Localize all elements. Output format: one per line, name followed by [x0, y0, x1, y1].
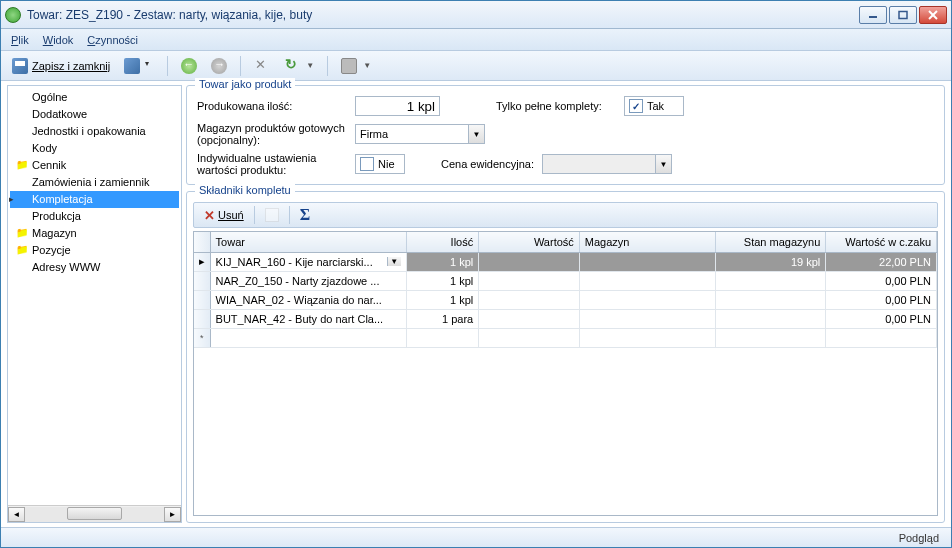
cell-empty[interactable]: [579, 328, 715, 347]
record-price-combo[interactable]: ▼: [542, 154, 672, 174]
save-close-label: Zapisz i zamknij: [32, 60, 110, 72]
delete-label: Usuń: [218, 209, 244, 221]
sidebar-item-additional[interactable]: Dodatkowe: [10, 106, 179, 123]
cell-empty[interactable]: [479, 328, 580, 347]
cell-empty[interactable]: [826, 328, 937, 347]
col-wcenie[interactable]: Wartość w c.zaku: [826, 232, 937, 252]
sum-button[interactable]: Σ: [296, 204, 314, 226]
cell-wcenie[interactable]: 0,00 PLN: [826, 290, 937, 309]
scroll-left-button[interactable]: ◄: [8, 507, 25, 522]
cell-wartosc[interactable]: [479, 309, 580, 328]
qty-input[interactable]: [355, 96, 440, 116]
cell-towar[interactable]: BUT_NAR_42 - Buty do nart Cla...: [210, 309, 406, 328]
chevron-down-icon[interactable]: ▼: [387, 257, 401, 266]
print-button[interactable]: ▼: [336, 55, 376, 77]
cell-wcenie[interactable]: 22,00 PLN: [826, 252, 937, 271]
components-groupbox: Składniki kompletu ✕ Usuń Σ: [186, 191, 945, 523]
cell-magazyn[interactable]: [579, 271, 715, 290]
cell-wcenie[interactable]: 0,00 PLN: [826, 271, 937, 290]
menu-file[interactable]: Plik: [11, 34, 29, 46]
row-indicator: [194, 309, 210, 328]
individual-checkbox[interactable]: Nie: [355, 154, 405, 174]
sidebar-item-positions[interactable]: Pozycje: [10, 242, 179, 259]
full-sets-label: Tylko pełne komplety:: [496, 100, 616, 112]
menu-view[interactable]: Widok: [43, 34, 74, 46]
sidebar-item-production[interactable]: Produkcja: [10, 208, 179, 225]
product-groupbox: Towar jako produkt Produkowana ilość: Ty…: [186, 85, 945, 185]
cell-towar[interactable]: WIA_NAR_02 - Wiązania do nar...: [210, 290, 406, 309]
tools-button[interactable]: [249, 55, 275, 77]
warehouse-combo[interactable]: Firma ▼: [355, 124, 485, 144]
tools-icon: [254, 58, 270, 74]
cell-empty[interactable]: [715, 328, 826, 347]
grid-row[interactable]: NAR_Z0_150 - Narty zjazdowe ... 1 kpl 0,…: [194, 271, 937, 290]
chevron-down-icon: ▼: [363, 61, 371, 70]
window-title: Towar: ZES_Z190 - Zestaw: narty, wiązani…: [27, 8, 859, 22]
qty-label: Produkowana ilość:: [197, 100, 347, 112]
components-grid[interactable]: Towar Ilość Wartość Magazyn Stan magazyn…: [193, 231, 938, 516]
cell-ilosc[interactable]: 1 kpl: [406, 271, 478, 290]
cell-stan[interactable]: [715, 309, 826, 328]
cell-empty[interactable]: [406, 328, 478, 347]
grid-new-row[interactable]: *: [194, 328, 937, 347]
sidebar-item-www[interactable]: Adresy WWW: [10, 259, 179, 276]
cell-magazyn[interactable]: [579, 290, 715, 309]
grid-row[interactable]: BUT_NAR_42 - Buty do nart Cla... 1 para …: [194, 309, 937, 328]
sidebar-item-units[interactable]: Jednostki i opakowania: [10, 123, 179, 140]
scrollbar-thumb[interactable]: [67, 507, 123, 520]
delete-button[interactable]: ✕ Usuń: [200, 206, 248, 225]
cell-ilosc[interactable]: 1 kpl: [406, 290, 478, 309]
cell-towar[interactable]: KIJ_NAR_160 - Kije narciarski...▼: [210, 252, 406, 271]
minimize-button[interactable]: [859, 6, 887, 24]
chevron-down-icon: ▼: [655, 155, 671, 173]
full-sets-checkbox[interactable]: Tak: [624, 96, 684, 116]
col-towar[interactable]: Towar: [210, 232, 406, 252]
cell-wcenie[interactable]: 0,00 PLN: [826, 309, 937, 328]
scroll-right-button[interactable]: ►: [164, 507, 181, 522]
col-stan[interactable]: Stan magazynu: [715, 232, 826, 252]
close-button[interactable]: [919, 6, 947, 24]
cell-stan[interactable]: [715, 271, 826, 290]
cell-towar[interactable]: NAR_Z0_150 - Narty zjazdowe ...: [210, 271, 406, 290]
forward-button[interactable]: [206, 55, 232, 77]
body: Ogólne Dodatkowe Jednostki i opakowania …: [1, 81, 951, 527]
sidebar-scrollbar[interactable]: ◄ ►: [8, 505, 181, 522]
col-ilosc[interactable]: Ilość: [406, 232, 478, 252]
sidebar-item-pricelist[interactable]: Cennik: [10, 157, 179, 174]
refresh-icon: [284, 58, 300, 74]
cell-magazyn[interactable]: [579, 252, 715, 271]
grid-row[interactable]: WIA_NAR_02 - Wiązania do nar... 1 kpl 0,…: [194, 290, 937, 309]
sidebar-item-completion[interactable]: Kompletacja: [10, 191, 179, 208]
statusbar: Podgląd: [1, 527, 951, 547]
sidebar-item-general[interactable]: Ogólne: [10, 89, 179, 106]
row-indicator: ▸: [194, 252, 210, 271]
col-magazyn[interactable]: Magazyn: [579, 232, 715, 252]
back-button[interactable]: [176, 55, 202, 77]
app-icon: [5, 7, 21, 23]
grid-header-row: Towar Ilość Wartość Magazyn Stan magazyn…: [194, 232, 937, 252]
save-dropdown-button[interactable]: [119, 55, 159, 77]
cell-wartosc[interactable]: [479, 271, 580, 290]
scrollbar-track[interactable]: [25, 507, 164, 522]
save-close-button[interactable]: Zapisz i zamknij: [7, 55, 115, 77]
cell-stan[interactable]: 19 kpl: [715, 252, 826, 271]
grid-table: Towar Ilość Wartość Magazyn Stan magazyn…: [194, 232, 937, 348]
sidebar-item-codes[interactable]: Kody: [10, 140, 179, 157]
sigma-icon: Σ: [300, 206, 310, 224]
edit-button[interactable]: [261, 206, 283, 224]
grid-row[interactable]: ▸ KIJ_NAR_160 - Kije narciarski...▼ 1 kp…: [194, 252, 937, 271]
individual-value: Nie: [378, 158, 395, 170]
cell-wartosc[interactable]: [479, 252, 580, 271]
menu-actions[interactable]: Czynności: [87, 34, 138, 46]
sidebar-item-warehouse[interactable]: Magazyn: [10, 225, 179, 242]
sidebar-item-orders[interactable]: Zamówienia i zamiennik: [10, 174, 179, 191]
cell-stan[interactable]: [715, 290, 826, 309]
cell-ilosc[interactable]: 1 kpl: [406, 252, 478, 271]
maximize-button[interactable]: [889, 6, 917, 24]
col-wartosc[interactable]: Wartość: [479, 232, 580, 252]
cell-wartosc[interactable]: [479, 290, 580, 309]
refresh-button[interactable]: ▼: [279, 55, 319, 77]
cell-magazyn[interactable]: [579, 309, 715, 328]
cell-ilosc[interactable]: 1 para: [406, 309, 478, 328]
cell-empty[interactable]: [210, 328, 406, 347]
